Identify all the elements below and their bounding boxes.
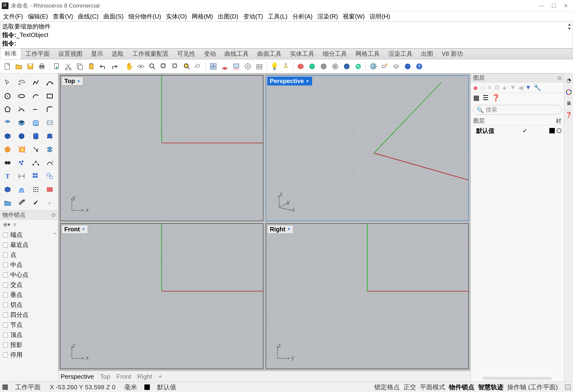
- status-toggle[interactable]: 物件锁点: [447, 383, 476, 391]
- viewport-perspective[interactable]: Perspective▼ z y x: [266, 75, 469, 221]
- group-tool[interactable]: [15, 156, 28, 169]
- redo-button[interactable]: [109, 61, 120, 72]
- layer-material-icon[interactable]: [557, 128, 561, 133]
- named-view-button[interactable]: [242, 61, 253, 72]
- osnap-item[interactable]: 顶点: [0, 330, 58, 340]
- osnap-item[interactable]: 四分点: [0, 310, 58, 320]
- viewport-label-front[interactable]: Front▼: [62, 225, 88, 234]
- list-view-icon[interactable]: ☰: [483, 94, 489, 102]
- shaded-button[interactable]: [295, 61, 306, 72]
- sphere-tool[interactable]: [15, 130, 28, 142]
- status-toggle[interactable]: 操作轴 (工作平面): [505, 383, 560, 391]
- status-toggle[interactable]: 锁定格点: [372, 383, 402, 391]
- osnap-item[interactable]: 切点: [0, 300, 58, 310]
- toolbar-tab[interactable]: 曲面工具: [253, 49, 286, 59]
- menu-item[interactable]: 实体(O): [164, 12, 189, 21]
- status-end-icon[interactable]: [565, 384, 571, 390]
- polygon-tool[interactable]: [1, 103, 14, 116]
- layer-color-swatch[interactable]: [549, 128, 555, 133]
- print-button[interactable]: [36, 61, 47, 72]
- toolbar-tab[interactable]: 出图: [417, 49, 437, 59]
- osnap-filter-icon[interactable]: ▿: [13, 221, 16, 228]
- help-button[interactable]: ?: [414, 61, 425, 72]
- toolbar-tab[interactable]: 曲线工具: [220, 49, 253, 59]
- menu-item[interactable]: 渲染(R): [315, 12, 340, 21]
- checkbox[interactable]: [3, 233, 8, 237]
- zoom-window-button[interactable]: [158, 61, 169, 72]
- extrude-tool[interactable]: [29, 116, 42, 129]
- minimize-button[interactable]: —: [539, 2, 544, 9]
- options-button[interactable]: ⚙️: [368, 61, 379, 72]
- checkbox[interactable]: [3, 283, 8, 287]
- edit-tool[interactable]: [43, 183, 56, 196]
- viewport-right[interactable]: Right▼ z y: [266, 223, 469, 369]
- polyline-tool[interactable]: [29, 76, 42, 89]
- checkbox[interactable]: [3, 293, 8, 297]
- fillet-curve-tool[interactable]: [43, 103, 56, 116]
- hammer-tool[interactable]: [15, 196, 28, 209]
- extend-curve-tool[interactable]: [29, 103, 42, 116]
- menu-item[interactable]: 曲面(S): [102, 12, 126, 21]
- circle-tool[interactable]: [1, 90, 14, 102]
- new-sublayer-icon[interactable]: ◇: [480, 84, 485, 91]
- four-view-button[interactable]: [208, 61, 219, 72]
- osnap-item[interactable]: 点: [0, 250, 58, 260]
- checkbox[interactable]: [3, 343, 8, 347]
- ghosted-button[interactable]: [318, 61, 329, 72]
- status-record-icon[interactable]: [2, 384, 8, 390]
- undo-button[interactable]: [97, 61, 108, 72]
- toolbar-tab[interactable]: 实体工具: [286, 49, 319, 59]
- status-toggle[interactable]: 正交: [402, 383, 418, 391]
- status-layer[interactable]: 默认值: [155, 382, 178, 392]
- trim-tool[interactable]: [29, 143, 42, 156]
- paste-button[interactable]: [86, 61, 97, 72]
- status-cplane[interactable]: 工作平面: [13, 382, 42, 392]
- delete-layer-icon[interactable]: ✕: [487, 84, 492, 91]
- zoom-selected-button[interactable]: [181, 61, 192, 72]
- ellipse-tool[interactable]: [15, 90, 28, 102]
- toolbar-tab[interactable]: 网格工具: [351, 49, 384, 59]
- checkbox[interactable]: [3, 303, 8, 307]
- help-icon[interactable]: ❓: [492, 94, 500, 102]
- toolbar-tab[interactable]: 选取: [107, 49, 128, 59]
- command-prompt[interactable]: 指令:: [2, 39, 16, 48]
- scroll-down-icon[interactable]: ▼: [567, 26, 571, 31]
- move-tool[interactable]: [43, 156, 56, 169]
- toolbar-tab[interactable]: 标准: [0, 48, 21, 59]
- rectangle-tool[interactable]: [43, 90, 56, 102]
- zoom-extents-button[interactable]: [170, 61, 181, 72]
- viewport-tab[interactable]: +: [158, 373, 162, 380]
- menu-item[interactable]: 文件(F): [1, 12, 25, 21]
- rotate-view-button[interactable]: [135, 61, 146, 72]
- menu-item[interactable]: 说明(H): [368, 12, 392, 21]
- lasso-tool[interactable]: [15, 76, 28, 89]
- arc-tool[interactable]: [29, 90, 42, 102]
- surface-corner-tool[interactable]: [1, 116, 14, 129]
- xray-button[interactable]: [330, 61, 341, 72]
- osnap-target-icon[interactable]: ⊕▾: [3, 221, 10, 228]
- gear-icon[interactable]: ⚙: [51, 212, 56, 219]
- layer-search[interactable]: 🔍 搜索: [473, 105, 561, 115]
- pan-button[interactable]: ✋: [124, 61, 135, 72]
- menu-item[interactable]: 视窗(W): [341, 12, 366, 21]
- text-tool[interactable]: T: [1, 170, 14, 183]
- maximize-button[interactable]: ☐: [551, 2, 556, 9]
- open-tool[interactable]: [1, 196, 14, 209]
- move-down-icon[interactable]: ▼: [510, 84, 516, 91]
- checkbox[interactable]: [3, 333, 8, 337]
- viewport-front[interactable]: Front▼ z x: [60, 223, 263, 369]
- loft-tool[interactable]: [43, 116, 56, 129]
- surface-edge-tool[interactable]: [15, 116, 28, 129]
- cut-button[interactable]: [63, 61, 74, 72]
- viewport-tab[interactable]: Perspective: [61, 373, 94, 380]
- toolbar-tab[interactable]: 变动: [200, 49, 220, 59]
- checkbox[interactable]: [3, 313, 8, 317]
- checkbox[interactable]: [3, 273, 8, 277]
- zoom-dynamic-button[interactable]: [147, 61, 158, 72]
- viewport-label-right[interactable]: Right▼: [267, 225, 294, 234]
- status-units[interactable]: 毫米: [123, 382, 139, 392]
- snap-grid-tool[interactable]: [15, 183, 28, 196]
- open-file-button[interactable]: [13, 61, 24, 72]
- toolbar-tab[interactable]: 显示: [87, 49, 107, 59]
- check-tool[interactable]: ✓: [29, 196, 42, 209]
